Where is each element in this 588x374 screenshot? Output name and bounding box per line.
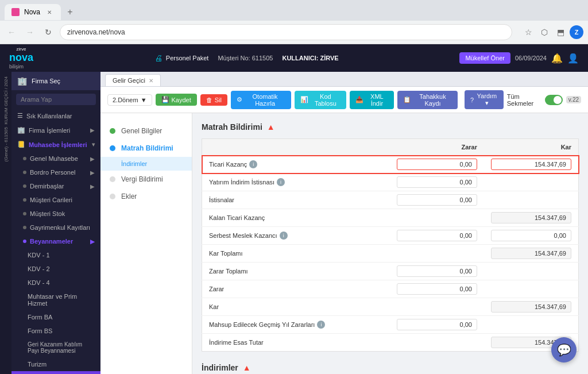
step-indirimler[interactable]: İndirimler	[100, 157, 192, 171]
step-vergi-bildirimi[interactable]: Vergi Bildirimi	[100, 171, 192, 188]
new-tab-btn[interactable]: +	[63, 5, 77, 19]
step-matrah-bildirimi[interactable]: Matrah Bildirimi	[100, 140, 192, 157]
sidebar-item-kdv1[interactable]: KDV - 1	[11, 248, 100, 262]
zarar-input-yatirim-indirim[interactable]: 0,00	[397, 176, 477, 188]
sidebar-item-form-ba[interactable]: Form BA	[11, 310, 100, 324]
address-text: zirvenova.net/nova	[67, 28, 125, 36]
kar-input-serbest-meslek[interactable]: 0,00	[491, 230, 571, 241]
kod-icon: 📊	[300, 96, 308, 103]
sidebar-item-gelir-gecici[interactable]: Gelir Geçici	[11, 371, 100, 374]
sidebar-item-musteri-stok[interactable]: Müşteri Stok	[11, 207, 100, 221]
side-label-genel: (Genel) - 611505	[3, 127, 9, 161]
star-icon[interactable]: ☆	[521, 25, 535, 39]
sidebar: 🏢 Firma Seç ☰ Sık Kullanılanlar 🏢 Firma …	[11, 72, 100, 374]
indirimler-title: İndirimler	[202, 363, 238, 372]
extension-icon[interactable]: ⬡	[537, 25, 551, 39]
reload-btn[interactable]: ↻	[41, 25, 55, 39]
side-label-kurum: KURUM GEÇİCİ / 2024	[3, 76, 9, 125]
sidebar-item-geri-kazanim[interactable]: Geri Kazanım Katılım Payı Beyannamesi	[11, 338, 100, 357]
side-label-strip: KURUM GEÇİCİ / 2024 (Genel) - 611505	[0, 72, 11, 374]
close-page-tab[interactable]: ✕	[149, 78, 153, 84]
user-icon[interactable]: 👤	[567, 53, 579, 64]
indirimler-section: İndirimler ▲	[202, 363, 579, 372]
sidebar-item-muhasebe-islemleri[interactable]: 📒 Muhasebe İşlemleri ▾	[11, 137, 100, 152]
tahakkuk-icon: 📋	[403, 96, 411, 103]
col-zarar-header: Zarar	[390, 139, 484, 156]
steps-nav: Genel Bilgiler Matrah Bildirimi İndiriml…	[100, 113, 192, 374]
forward-btn[interactable]: →	[23, 25, 37, 39]
sidebar-item-demirbaslar[interactable]: Demirbaşlar ▶	[11, 179, 100, 193]
table-row: Kar154.347,69	[202, 298, 579, 316]
indirimler-arrow-btn[interactable]: ▲	[243, 363, 251, 372]
dot-musteri-stok	[23, 212, 26, 215]
row-label-ticari-kazanc: Ticari Kazançi	[209, 160, 383, 168]
sidebar-item-musteri-carileri[interactable]: Müşteri Carileri	[11, 193, 100, 207]
sidebar-item-firma-islemleri[interactable]: 🏢 Firma İşlemleri ▶	[11, 123, 100, 137]
row-label-mahsup: Mahsup Edilecek Geçmiş Yıl Zararlarıi	[209, 321, 383, 329]
zarar-input-ticari-kazanc[interactable]: 0,00	[397, 159, 477, 170]
sil-btn[interactable]: 🗑 Sil	[200, 94, 227, 106]
zarar-input-serbest-meslek[interactable]: 0,00	[397, 230, 477, 241]
demirbaslar-arrow: ▶	[90, 183, 95, 190]
sidebar-item-sik-kullanilanlar[interactable]: ☰ Sık Kullanılanlar	[11, 109, 100, 123]
sidebar-item-form-bs[interactable]: Form BS	[11, 324, 100, 338]
info-icon-serbest-meslek[interactable]: i	[280, 232, 288, 240]
table-row: İndirime Esas Tutar154.347,69	[202, 334, 579, 352]
tab-gelir-gecici[interactable]: Gelir Geçici ✕	[105, 74, 161, 86]
cast-icon[interactable]: ⬒	[554, 25, 567, 39]
sidebar-item-kdv2[interactable]: KDV - 2	[11, 262, 100, 276]
main-content: KURUM GEÇİCİ / 2024 (Genel) - 611505 🏢 F…	[0, 72, 588, 374]
tum-sekmeler-toggle[interactable]	[545, 95, 563, 105]
firma-sec-btn[interactable]: 🏢 Firma Seç	[11, 72, 100, 90]
active-tab[interactable]: Nova ✕	[5, 4, 61, 20]
logo-zirve-text: zirve nova bilişim	[9, 47, 33, 70]
float-action-btn[interactable]: 💬	[551, 337, 577, 363]
tab-bar: Nova ✕ +	[0, 0, 588, 21]
zarar-input-zarar-toplami[interactable]: 0,00	[397, 265, 477, 277]
yardim-btn[interactable]: ? Yardım ▾	[465, 90, 504, 109]
otomatik-hazirla-btn[interactable]: ⚙ Otomatik Hazırla	[231, 91, 291, 109]
sidebar-item-muhtasar[interactable]: Muhtasar ve Prim Hizmet	[11, 290, 100, 310]
kar-input-kalan-ticari-kazanc: 154.347,69	[491, 212, 571, 223]
step-ekler[interactable]: Ekler	[100, 188, 192, 205]
header-center: 🖨 Personel Paket Müşteri No: 611505 KULL…	[42, 53, 450, 63]
info-icon-ticari-kazanc[interactable]: i	[249, 160, 257, 168]
profile-avatar[interactable]: Z	[570, 25, 583, 39]
row-label-kalan-ticari-kazanc: Kalan Ticari Kazanç	[209, 214, 383, 221]
sidebar-item-turizm[interactable]: Turizm	[11, 357, 100, 371]
browser-chrome: Nova ✕ + ← → ↻ zirvenova.net/nova ☆ ⬡ ⬒ …	[0, 0, 588, 44]
sidebar-item-kdv4[interactable]: KDV - 4	[11, 276, 100, 290]
tab-close-btn[interactable]: ✕	[45, 7, 54, 17]
period-select[interactable]: 2.Dönem ▼	[107, 94, 152, 106]
row-label-istisnalar: İstisnalar	[209, 196, 383, 203]
otomatik-icon: ⚙	[237, 96, 242, 103]
info-icon-yatirim-indirim[interactable]: i	[277, 178, 285, 186]
zarar-input-mahsup[interactable]: 0,00	[397, 319, 477, 330]
xml-indir-btn[interactable]: 📥 XML İndir	[350, 91, 394, 109]
matrah-arrow-btn[interactable]: ▲	[267, 122, 275, 132]
sil-icon: 🗑	[206, 97, 212, 103]
nav-bar: ← → ↻ zirvenova.net/nova ☆ ⬡ ⬒ Z	[0, 21, 588, 44]
zarar-input-istisnalar[interactable]: 0,00	[397, 194, 477, 206]
tum-sekmeler-area: Tüm Sekmeler v.22	[507, 93, 581, 107]
kar-input-ticari-kazanc[interactable]: 154.347,69	[491, 159, 571, 170]
sidebar-item-bordro-personel[interactable]: Bordro Personel ▶	[11, 165, 100, 179]
kaydet-btn[interactable]: 💾 Kaydet	[156, 94, 197, 106]
sidebar-item-genel-muhasebe[interactable]: Genel Muhasebe ▶	[11, 152, 100, 165]
zarar-input-zarar[interactable]: 0,00	[397, 283, 477, 295]
address-bar[interactable]: zirvenova.net/nova	[60, 24, 512, 40]
tahakkuk-kaydi-btn[interactable]: 📋 Tahakkuk Kaydı	[397, 91, 458, 109]
step-genel-bilgiler[interactable]: Genel Bilgiler	[100, 122, 192, 140]
info-icon-mahsup[interactable]: i	[317, 321, 325, 329]
back-btn[interactable]: ←	[5, 25, 18, 39]
sidebar-item-gayrimenkul[interactable]: Gayrimenkul Kayıtları	[11, 221, 100, 234]
mukellef-btn[interactable]: Mükellef Öner	[459, 52, 510, 64]
kar-input-kar: 154.347,69	[491, 301, 571, 313]
kod-tablosu-btn[interactable]: 📊 Kod Tablosu	[295, 91, 346, 109]
sik-icon: ☰	[17, 112, 23, 119]
muhasebe-arrow: ▾	[92, 141, 95, 148]
bell-icon[interactable]: 🔔	[551, 53, 563, 64]
sidebar-item-beyannameler[interactable]: Beyannameler ▶	[11, 234, 100, 248]
app-container: zirve nova bilişim 🖨 Personel Paket Müşt…	[0, 44, 588, 374]
search-input[interactable]	[16, 94, 96, 105]
